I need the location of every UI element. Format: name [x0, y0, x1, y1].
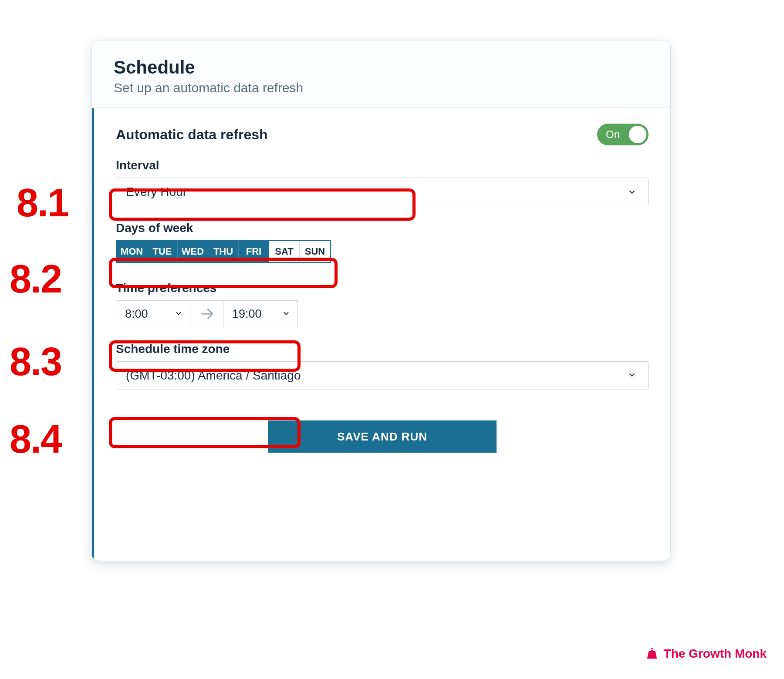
timezone-field: Schedule time zone (GMT-03:00) America /…	[116, 342, 649, 390]
card-title: Schedule	[114, 57, 649, 78]
time-from-select[interactable]: 8:00	[116, 301, 190, 327]
days-row: MON TUE WED THU FRI SAT SUN	[116, 240, 331, 263]
annotation-8-4: 8.4	[10, 417, 61, 462]
save-and-run-button[interactable]: SAVE AND RUN	[268, 420, 497, 453]
brand-badge: The Growth Monk	[645, 647, 767, 661]
timezone-select[interactable]: (GMT-03:00) America / Santiago	[116, 361, 649, 390]
weight-icon	[645, 647, 659, 660]
auto-refresh-label: Automatic data refresh	[116, 127, 268, 143]
timezone-value: (GMT-03:00) America / Santiago	[126, 369, 301, 383]
toggle-state-label: On	[606, 128, 620, 141]
annotation-8-2: 8.2	[10, 257, 61, 302]
toggle-knob	[629, 126, 646, 143]
chevron-down-icon	[282, 307, 291, 321]
svg-rect-1	[651, 648, 653, 649]
schedule-card: Schedule Set up an automatic data refres…	[91, 40, 671, 561]
day-tue[interactable]: TUE	[147, 241, 178, 262]
chevron-down-icon	[174, 307, 183, 321]
day-wed[interactable]: WED	[178, 241, 208, 262]
chevron-down-icon	[627, 369, 637, 383]
day-sun[interactable]: SUN	[300, 241, 330, 262]
interval-field: Interval Every Hour	[116, 158, 649, 206]
days-field: Days of week MON TUE WED THU FRI SAT SUN	[116, 221, 649, 263]
annotation-8-3: 8.3	[10, 340, 61, 384]
day-mon[interactable]: MON	[117, 241, 147, 262]
time-pref-label: Time preferences	[116, 281, 649, 295]
time-from-value: 8:00	[125, 307, 148, 321]
time-pref-field: Time preferences 8:00 19:00	[116, 281, 649, 327]
auto-refresh-row: Automatic data refresh On	[116, 124, 649, 145]
time-to-value: 19:00	[232, 307, 262, 321]
day-sat[interactable]: SAT	[269, 241, 300, 262]
days-label: Days of week	[116, 221, 649, 235]
day-fri[interactable]: FRI	[239, 241, 269, 262]
interval-value: Every Hour	[126, 185, 187, 199]
auto-refresh-toggle[interactable]: On	[597, 124, 649, 145]
day-thu[interactable]: THU	[208, 241, 239, 262]
interval-label: Interval	[116, 158, 649, 172]
time-to-select[interactable]: 19:00	[223, 301, 297, 327]
time-pref-row: 8:00 19:00	[116, 300, 298, 327]
interval-select[interactable]: Every Hour	[116, 178, 649, 206]
chevron-down-icon	[627, 187, 637, 197]
timezone-label: Schedule time zone	[116, 342, 649, 356]
brand-name: The Growth Monk	[664, 647, 767, 661]
annotation-8-1: 8.1	[17, 181, 68, 225]
card-body: Automatic data refresh On Interval Every…	[92, 108, 670, 559]
arrow-right-icon	[190, 301, 223, 327]
card-header: Schedule Set up an automatic data refres…	[92, 40, 670, 108]
card-subtitle: Set up an automatic data refresh	[114, 81, 649, 95]
